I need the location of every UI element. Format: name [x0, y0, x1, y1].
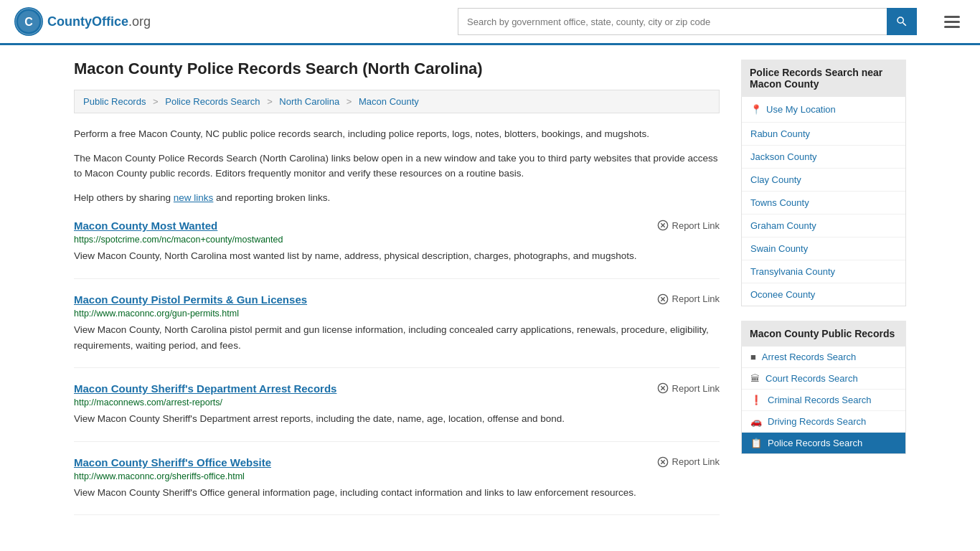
public-records-link-item: 📋 Police Records Search: [742, 433, 905, 453]
result-title[interactable]: Macon County Sheriff's Office Website: [74, 456, 271, 468]
breadcrumb-macon-county[interactable]: Macon County: [359, 96, 419, 107]
public-records-link[interactable]: Police Records Search: [768, 438, 862, 448]
nearby-county-link[interactable]: Graham County: [750, 220, 816, 231]
description-para-1: Perform a free Macon County, NC public p…: [74, 126, 720, 142]
nearby-county-link[interactable]: Rabun County: [750, 128, 810, 139]
arrest-icon: ■: [750, 352, 756, 362]
nearby-county-item: Rabun County: [742, 123, 905, 146]
criminal-icon: ❗: [750, 395, 762, 405]
result-desc: View Macon County, North Carolina pistol…: [74, 322, 720, 353]
police-icon: 📋: [750, 438, 762, 448]
page-title: Macon County Police Records Search (Nort…: [74, 60, 720, 78]
result-item: Macon County Sheriff's Office Website Re…: [74, 456, 720, 516]
sidebar-nearby-title: Police Records Search near Macon County: [741, 60, 906, 97]
result-title[interactable]: Macon County Sheriff's Department Arrest…: [74, 382, 336, 395]
report-link[interactable]: Report Link: [657, 293, 720, 305]
public-records-link[interactable]: Court Records Search: [765, 373, 858, 384]
result-item: Macon County Sheriff's Department Arrest…: [74, 382, 720, 442]
report-icon: [657, 382, 669, 394]
result-url: http://maconnews.com/arrest-reports/: [74, 397, 720, 408]
result-header: Macon County Most Wanted Report Link: [74, 220, 720, 232]
court-icon: 🏛: [750, 373, 760, 384]
content-area: Macon County Police Records Search (Nort…: [74, 60, 720, 515]
location-icon: 📍: [750, 104, 762, 115]
breadcrumb-separator: >: [267, 96, 273, 107]
nearby-county-item: Transylvania County: [742, 260, 905, 283]
public-records-link-item: ■ Arrest Records Search: [742, 347, 905, 368]
use-my-location[interactable]: 📍 Use My Location: [742, 97, 905, 123]
menu-line: [944, 26, 960, 28]
search-input[interactable]: [458, 8, 887, 35]
result-desc: View Macon County Sheriff's Office gener…: [74, 485, 720, 501]
breadcrumb-separator: >: [347, 96, 352, 107]
nearby-county-item: Oconee County: [742, 283, 905, 306]
nearby-counties-list: Rabun CountyJackson CountyClay CountyTow…: [742, 123, 905, 306]
site-header: C CountyOffice.org: [0, 0, 980, 45]
public-records-link[interactable]: Arrest Records Search: [762, 352, 857, 362]
report-icon: [657, 293, 669, 305]
result-item: Macon County Pistol Permits & Gun Licens…: [74, 293, 720, 368]
sidebar-public-records-links: ■ Arrest Records Search 🏛 Court Records …: [741, 347, 906, 454]
result-item: Macon County Most Wanted Report Link htt…: [74, 220, 720, 279]
report-link[interactable]: Report Link: [657, 382, 720, 394]
result-header: Macon County Sheriff's Office Website Re…: [74, 456, 720, 468]
public-records-link[interactable]: Driving Records Search: [768, 416, 866, 427]
nearby-county-link[interactable]: Jackson County: [750, 151, 817, 162]
sidebar-public-records-title: Macon County Public Records: [741, 321, 906, 347]
hamburger-menu-button[interactable]: [938, 13, 966, 31]
nearby-county-item: Clay County: [742, 169, 905, 192]
report-link[interactable]: Report Link: [657, 220, 720, 231]
nearby-county-link[interactable]: Clay County: [750, 174, 801, 185]
public-records-link-item: 🚗 Driving Records Search: [742, 411, 905, 433]
breadcrumb: Public Records > Police Records Search >…: [74, 90, 720, 113]
nearby-county-item: Graham County: [742, 215, 905, 237]
result-url: http://www.maconnc.org/gun-permits.html: [74, 309, 720, 319]
search-bar: [458, 8, 917, 35]
results-list: Macon County Most Wanted Report Link htt…: [74, 220, 720, 515]
report-link[interactable]: Report Link: [657, 456, 720, 468]
search-button[interactable]: [887, 8, 917, 35]
nearby-county-link[interactable]: Transylvania County: [750, 266, 835, 277]
driving-icon: 🚗: [750, 416, 762, 427]
breadcrumb-public-records[interactable]: Public Records: [83, 96, 146, 107]
search-icon: [895, 15, 908, 28]
sidebar-nearby-links: 📍 Use My Location Rabun CountyJackson Co…: [741, 97, 906, 306]
menu-line: [944, 21, 960, 23]
nearby-county-link[interactable]: Swain County: [750, 243, 808, 254]
sidebar: Police Records Search near Macon County …: [741, 60, 906, 515]
description-para-3: Help others by sharing new links and rep…: [74, 190, 720, 206]
public-records-link[interactable]: Criminal Records Search: [768, 395, 872, 405]
nearby-county-item: Towns County: [742, 192, 905, 215]
result-header: Macon County Pistol Permits & Gun Licens…: [74, 293, 720, 306]
breadcrumb-north-carolina[interactable]: North Carolina: [279, 96, 339, 107]
nearby-county-item: Swain County: [742, 237, 905, 260]
logo-icon: C: [14, 7, 43, 36]
nearby-county-link[interactable]: Towns County: [750, 197, 809, 208]
menu-line: [944, 16, 960, 18]
main-container: Macon County Police Records Search (Nort…: [60, 45, 920, 529]
new-links-link[interactable]: new links: [174, 192, 214, 203]
breadcrumb-separator: >: [153, 96, 159, 107]
use-location-link[interactable]: Use My Location: [766, 104, 836, 115]
logo[interactable]: C CountyOffice.org: [14, 7, 151, 36]
svg-text:C: C: [24, 16, 33, 28]
result-url: https://spotcrime.com/nc/macon+county/mo…: [74, 235, 720, 245]
sidebar-public-records-section: Macon County Public Records ■ Arrest Rec…: [741, 321, 906, 454]
result-desc: View Macon County, North Carolina most w…: [74, 248, 720, 264]
report-icon: [657, 220, 669, 231]
public-records-link-item: ❗ Criminal Records Search: [742, 390, 905, 411]
breadcrumb-police-records[interactable]: Police Records Search: [165, 96, 260, 107]
report-icon: [657, 456, 669, 468]
result-title[interactable]: Macon County Most Wanted: [74, 220, 217, 232]
result-title[interactable]: Macon County Pistol Permits & Gun Licens…: [74, 293, 307, 306]
result-header: Macon County Sheriff's Department Arrest…: [74, 382, 720, 395]
result-url: http://www.maconnc.org/sheriffs-office.h…: [74, 471, 720, 481]
description-para-2: The Macon County Police Records Search (…: [74, 151, 720, 182]
public-records-link-item: 🏛 Court Records Search: [742, 368, 905, 390]
result-desc: View Macon County Sheriff's Department a…: [74, 411, 720, 427]
nearby-county-item: Jackson County: [742, 146, 905, 169]
nearby-county-link[interactable]: Oconee County: [750, 289, 815, 300]
logo-text: CountyOffice.org: [47, 14, 151, 29]
